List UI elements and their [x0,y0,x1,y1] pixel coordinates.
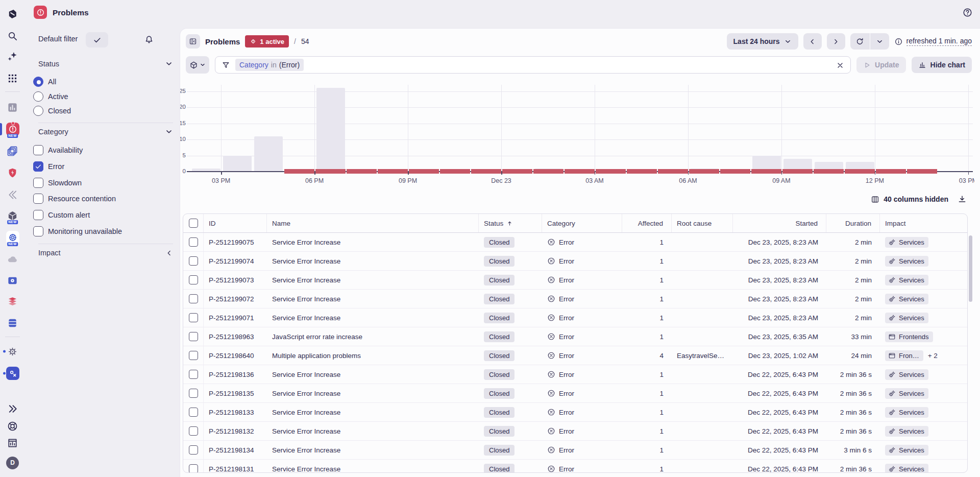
time-range-selector[interactable]: Last 24 hours [727,33,798,50]
infrastructure-app-icon[interactable] [0,274,25,287]
kubernetes-app-icon[interactable]: NEW [0,231,25,244]
row-checkbox[interactable] [189,370,198,379]
row-checkbox[interactable] [189,237,198,247]
row-checkbox[interactable] [189,426,198,436]
impact-extra-count[interactable]: + 2 [928,352,938,360]
row-checkbox[interactable] [189,464,198,473]
column-header-category[interactable]: Category [542,214,622,232]
time-range-forward-button[interactable] [827,33,845,50]
columns-hidden-button[interactable]: 40 columns hidden [871,195,948,204]
column-header-root-cause[interactable]: Root cause [672,214,733,232]
column-header-name[interactable]: Name [267,214,479,232]
problems-app-icon[interactable]: NEW [0,123,25,136]
table-row[interactable]: P-2512198132Service Error IncreaseClosed… [183,422,967,441]
table-row[interactable]: P-2512199074Service Error IncreaseClosed… [183,252,967,271]
row-checkbox[interactable] [189,445,198,455]
impact-chip-services[interactable]: Services [885,313,928,323]
table-row[interactable]: P-2512199073Service Error IncreaseClosed… [183,271,967,290]
hide-chart-button[interactable]: Hide chart [912,57,972,73]
table-row[interactable]: P-2512198640Multiple application problem… [183,346,967,365]
row-checkbox[interactable] [189,351,198,360]
default-filter-apply-button[interactable] [86,32,108,47]
row-checkbox[interactable] [189,313,198,322]
release-monitoring-icon[interactable] [0,436,25,449]
clear-filter-button[interactable] [833,58,847,73]
column-header-started[interactable]: Started [733,214,826,232]
clouds-app-icon[interactable] [0,252,25,266]
distributed-tracing-app-icon[interactable] [0,188,25,201]
impact-chip-services[interactable]: Services [885,426,928,437]
app-launcher-icon[interactable] [0,71,25,85]
table-row[interactable]: P-2512198133Service Error IncreaseClosed… [183,403,967,422]
category-checkbox-monitoring-unavailable[interactable]: Monitoring unavailable [33,225,122,238]
toggle-sidebar-button[interactable] [186,34,200,49]
notifications-bell-icon[interactable] [142,33,156,46]
table-row[interactable]: P-2512198131Service Error IncreaseClosed… [183,460,967,473]
row-checkbox[interactable] [189,408,198,417]
user-avatar-icon[interactable]: D [0,456,25,469]
impact-section-header[interactable]: Impact [38,249,173,257]
impact-chip-services[interactable]: Services [885,256,928,267]
status-radio-active[interactable]: Active [33,90,68,103]
dynatrace-logo-icon[interactable] [0,7,25,20]
table-scrollbar[interactable] [969,235,972,302]
time-range-back-button[interactable] [803,33,822,50]
column-header-id[interactable]: ID [204,214,267,232]
impact-chip-services[interactable]: Services [885,369,928,380]
row-checkbox[interactable] [189,275,198,284]
download-button[interactable] [958,195,967,204]
impact-chip-services[interactable]: Services [885,464,928,473]
filter-scope-button[interactable] [186,56,209,74]
dashboards-app-icon[interactable] [0,101,25,114]
hosts-app-icon[interactable]: NEW [0,209,25,222]
select-all-checkbox[interactable] [189,219,198,228]
refreshed-status[interactable]: refreshed 1 min. ago [894,37,972,46]
impact-chip-services[interactable]: Services [885,445,928,456]
column-header-affected[interactable]: Affected [622,214,672,232]
search-icon[interactable] [0,29,25,42]
status-radio-all[interactable]: All [33,75,56,88]
column-header-impact[interactable]: Impact [880,214,968,232]
table-row[interactable]: P-2512199072Service Error IncreaseClosed… [183,290,967,308]
impact-chip-frontend[interactable]: Fron… [885,350,923,361]
row-checkbox[interactable] [189,294,198,303]
impact-chip-services[interactable]: Services [885,294,928,304]
row-checkbox[interactable] [189,389,198,398]
extensions-icon[interactable] [0,367,25,380]
row-checkbox[interactable] [189,332,198,341]
table-row[interactable]: P-2512198134Service Error IncreaseClosed… [183,441,967,460]
status-radio-closed[interactable]: Closed [33,104,71,117]
table-row[interactable]: P-2512198135Service Error IncreaseClosed… [183,384,967,403]
category-checkbox-slowdown[interactable]: Slowdown [33,176,82,189]
table-row[interactable]: P-2512199075Service Error IncreaseClosed… [183,233,967,252]
impact-chip-services[interactable]: Services [885,388,928,399]
settings-icon[interactable] [0,345,25,358]
refresh-button[interactable] [850,33,870,50]
category-section-header[interactable]: Category [38,128,173,136]
security-app-icon[interactable] [0,166,25,179]
active-problems-badge[interactable]: 1 active [245,35,289,47]
update-button[interactable]: Update [856,57,905,73]
status-section-header[interactable]: Status [38,60,173,68]
impact-chip-frontend[interactable]: Frontends [885,331,933,342]
expand-rail-icon[interactable] [0,402,25,415]
table-row[interactable]: P-2512198963JavaScript error rate increa… [183,327,967,346]
column-header-status[interactable]: Status [479,214,542,232]
filter-input[interactable]: Category in (Error) [215,56,851,74]
services-app-icon[interactable] [0,295,25,308]
logs-app-icon[interactable] [0,316,25,329]
row-checkbox[interactable] [189,256,198,266]
refresh-options-button[interactable] [870,33,889,50]
category-checkbox-availability[interactable]: Availability [33,144,83,157]
category-checkbox-custom-alert[interactable]: Custom alert [33,208,90,222]
impact-chip-services[interactable]: Services [885,237,928,248]
category-checkbox-resource-contention[interactable]: Resource contention [33,192,116,205]
category-checkbox-error[interactable]: Error [33,160,64,173]
impact-chip-services[interactable]: Services [885,275,928,285]
smartscape-app-icon[interactable] [0,144,25,157]
help-icon[interactable] [0,419,25,433]
ai-assistant-icon[interactable] [0,50,25,63]
help-icon[interactable] [962,7,973,18]
table-row[interactable]: P-2512198136Service Error IncreaseClosed… [183,365,967,384]
impact-chip-services[interactable]: Services [885,407,928,418]
